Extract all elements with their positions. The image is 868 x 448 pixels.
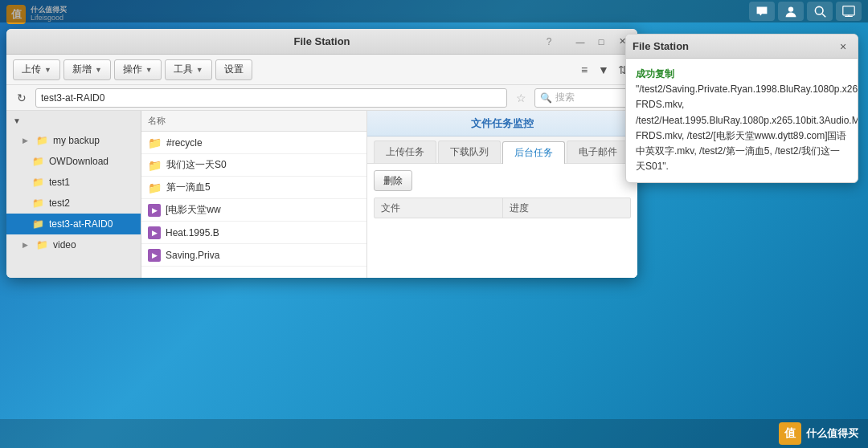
folder-icon: 📁 [148,159,162,172]
arrow-icon: ▶ [23,241,28,249]
list-view-icon[interactable]: ≡ [576,62,592,78]
notif-titlebar: File Station × [626,35,858,59]
address-input[interactable] [35,88,507,108]
new-arrow-icon: ▼ [95,66,102,74]
tab-background[interactable]: 后台任务 [502,141,565,164]
svg-line-2 [822,14,825,17]
fs-main-content: 名称 📁 #recycle 📁 我们这一天S0 📁 第一滴血5 ▶ [141,111,637,278]
fs-body: ▼ ▶ 📁 my backup 📁 OWDownload 📁 test1 📁 t… [6,111,637,278]
sidebar-item-test2[interactable]: 📁 test2 [6,193,141,214]
svg-point-0 [788,6,793,11]
task-table-header: 文件 进度 [374,198,631,218]
notification-popup: File Station × 成功复制 "/test2/Saving.Priva… [625,34,858,183]
tools-button[interactable]: 工具 ▼ [165,59,212,80]
notif-title: File Station [633,40,689,52]
action-button[interactable]: 操作 ▼ [114,59,162,80]
toolbar-left: 上传 ▼ 新增 ▼ 操作 ▼ 工具 ▼ 设置 [13,59,573,80]
svg-rect-3 [843,6,854,15]
video-icon: ▶ [148,249,161,262]
col-progress: 进度 [503,198,631,218]
fs-titlebar: File Station ? — □ ✕ [6,29,637,55]
fs-toolbar: 上传 ▼ 新增 ▼ 操作 ▼ 工具 ▼ 设置 ≡ ▼ ⇅ [6,55,637,85]
fs-win-controls: — □ ✕ [571,33,631,51]
folder-icon: 📁 [32,177,44,188]
folder-icon: 📁 [148,181,162,194]
tab-download[interactable]: 下载队列 [438,141,501,163]
video-icon: ▶ [148,204,161,217]
sidebar-root[interactable]: ▼ [6,111,141,130]
action-arrow-icon: ▼ [145,66,153,74]
task-tabs: 上传任务 下载队列 后台任务 电子邮件 [367,136,637,164]
upload-arrow-icon: ▼ [44,66,51,74]
task-content: 删除 文件 进度 [367,164,637,278]
fs-title-icons: ? [541,34,557,50]
folder-icon: 📁 [32,156,44,167]
search-box[interactable]: 🔍 搜索 [534,88,631,108]
bookmark-icon[interactable]: ☆ [512,89,530,107]
folder-icon: 📁 [148,136,162,149]
file-station-window: File Station ? — □ ✕ 上传 ▼ 新增 ▼ 操作 ▼ [6,29,637,278]
notif-close-button[interactable]: × [835,39,851,55]
upload-button[interactable]: 上传 ▼ [13,59,60,80]
notif-body-text: "/test2/Saving.Private.Ryan.1998.BluRay.… [636,83,858,172]
success-label: 成功复制 [636,68,674,79]
bottom-logo: 值 什么值得买 [779,422,858,445]
user-icon[interactable] [778,2,804,21]
sidebar-item-owdownload[interactable]: 📁 OWDownload [6,151,141,172]
arrow-icon: ▶ [23,136,28,145]
refresh-button[interactable]: ↻ [13,89,31,107]
task-monitor-title: 文件任务监控 [367,111,637,136]
help-icon[interactable]: ? [541,34,557,50]
screen-icon[interactable] [836,2,862,21]
task-monitor-panel: 文件任务监控 上传任务 下载队列 后台任务 电子邮件 [366,111,637,278]
tab-upload[interactable]: 上传任务 [374,141,436,163]
fs-window-title: File Station [293,35,350,47]
tab-email[interactable]: 电子邮件 [567,141,629,163]
tools-arrow-icon: ▼ [196,66,203,74]
notif-body: 成功复制 "/test2/Saving.Private.Ryan.1998.Bl… [626,59,858,182]
sidebar-item-test1[interactable]: 📁 test1 [6,172,141,193]
svg-point-1 [815,6,823,14]
folder-icon: 📁 [32,198,44,209]
folder-icon: 📁 [32,218,44,230]
fs-addressbar: ↻ ☆ 🔍 搜索 [6,85,637,111]
sidebar-item-my-backup[interactable]: ▶ 📁 my backup [6,130,141,151]
sidebar-item-video[interactable]: ▶ 📁 video [6,234,141,255]
folder-icon: 📁 [36,239,48,250]
settings-button[interactable]: 设置 [215,59,252,80]
maximize-button[interactable]: □ [592,33,610,51]
fs-sidebar: ▼ ▶ 📁 my backup 📁 OWDownload 📁 test1 📁 t… [6,111,141,278]
video-icon: ▶ [148,226,161,239]
search-icon[interactable] [807,2,833,21]
bottom-logo-icon: 值 [779,422,801,445]
col-file: 文件 [375,198,503,218]
bottom-bar: 值 什么值得买 [0,419,868,448]
new-button[interactable]: 新增 ▼ [63,59,111,80]
folder-icon: 📁 [36,135,48,146]
taskbar-top [0,0,868,22]
collapse-icon: ▼ [13,116,21,125]
sidebar-item-test3-raid0[interactable]: 📁 test3-at-RAID0 [6,214,141,234]
chat-icon[interactable] [749,2,775,21]
taskbar-right-icons [749,2,862,21]
minimize-button[interactable]: — [571,33,589,51]
view-toggle-icon[interactable]: ▼ [596,62,612,78]
delete-button[interactable]: 删除 [374,170,412,191]
search-icon: 🔍 [540,92,552,104]
